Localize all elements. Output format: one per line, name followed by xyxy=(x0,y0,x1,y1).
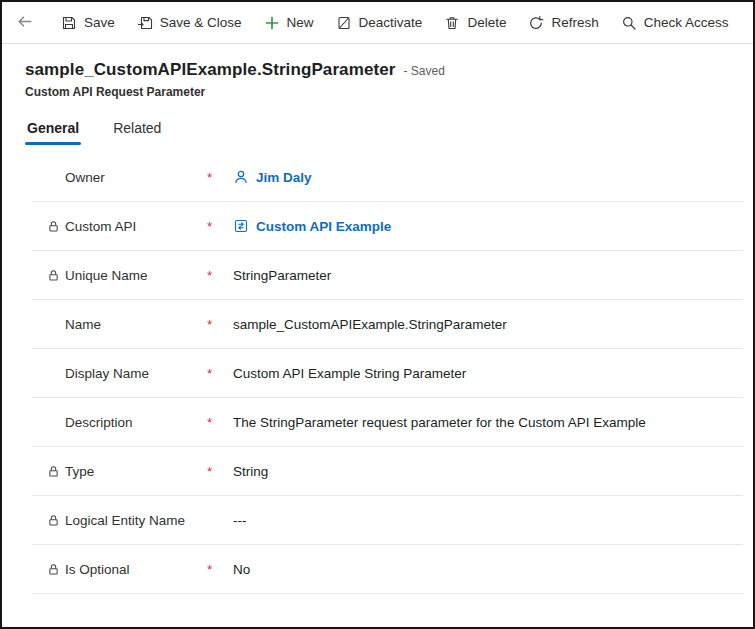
required-asterisk: * xyxy=(207,170,233,185)
app-window: Save Save & Close New Deactivate Delete xyxy=(0,0,755,629)
save-close-button[interactable]: Save & Close xyxy=(137,2,242,43)
field-value-name[interactable]: sample_CustomAPIExample.StringParameter xyxy=(233,317,507,332)
tab-related[interactable]: Related xyxy=(111,116,163,145)
field-label-owner: Owner xyxy=(65,170,207,185)
field-label-unique-name: Unique Name xyxy=(65,268,207,283)
field-value-type: String xyxy=(233,464,268,479)
form-row-description: Description * The StringParameter reques… xyxy=(32,398,743,447)
field-value-custom-api: Custom API Example xyxy=(233,218,391,234)
save-close-icon xyxy=(137,15,153,31)
page-header: sample_CustomAPIExample.StringParameter … xyxy=(2,44,753,99)
magnifier-icon xyxy=(621,15,637,31)
field-value-is-optional: No xyxy=(233,562,250,577)
lock-icon xyxy=(47,269,65,282)
form-row-type: Type * String xyxy=(32,447,743,496)
required-asterisk: * xyxy=(207,415,233,430)
refresh-icon xyxy=(528,15,544,31)
field-label-type: Type xyxy=(65,464,207,479)
field-label-custom-api: Custom API xyxy=(65,219,207,234)
check-access-button[interactable]: Check Access xyxy=(621,2,729,43)
lock-icon xyxy=(47,220,65,233)
field-label-display-name: Display Name xyxy=(65,366,207,381)
tab-general[interactable]: General xyxy=(25,116,81,145)
required-asterisk: * xyxy=(207,219,233,234)
new-label: New xyxy=(287,15,314,30)
lock-icon xyxy=(47,563,65,576)
field-label-is-optional: Is Optional xyxy=(65,562,207,577)
save-label: Save xyxy=(84,15,115,30)
form-row-unique-name: Unique Name * StringParameter xyxy=(32,251,743,300)
save-icon xyxy=(61,15,77,31)
general-form: Owner * Jim Daly Custom API * Custom API… xyxy=(32,153,743,594)
back-button[interactable] xyxy=(10,9,39,37)
field-value-description[interactable]: The StringParameter request parameter fo… xyxy=(233,415,646,430)
plus-icon xyxy=(264,15,280,31)
save-status: - Saved xyxy=(403,64,444,78)
lock-icon xyxy=(47,514,65,527)
form-row-custom-api: Custom API * Custom API Example xyxy=(32,202,743,251)
new-button[interactable]: New xyxy=(264,2,314,43)
refresh-label: Refresh xyxy=(551,15,598,30)
form-row-display-name: Display Name * Custom API Example String… xyxy=(32,349,743,398)
form-row-logical-entity-name: Logical Entity Name --- xyxy=(32,496,743,545)
custom-api-link[interactable]: Custom API Example xyxy=(256,219,391,234)
deactivate-icon xyxy=(336,15,352,31)
save-close-label: Save & Close xyxy=(160,15,242,30)
form-row-owner: Owner * Jim Daly xyxy=(32,153,743,202)
field-label-description: Description xyxy=(65,415,207,430)
required-asterisk: * xyxy=(207,562,233,577)
field-value-owner: Jim Daly xyxy=(233,169,312,185)
field-label-logical-entity-name: Logical Entity Name xyxy=(65,513,207,528)
owner-link[interactable]: Jim Daly xyxy=(256,170,312,185)
form-row-is-optional: Is Optional * No xyxy=(32,545,743,594)
page-title: sample_CustomAPIExample.StringParameter xyxy=(25,60,395,80)
command-bar: Save Save & Close New Deactivate Delete xyxy=(2,2,753,44)
deactivate-button[interactable]: Deactivate xyxy=(336,2,423,43)
active-tab-underline xyxy=(25,142,81,145)
required-asterisk: * xyxy=(207,464,233,479)
required-asterisk: * xyxy=(207,268,233,283)
deactivate-label: Deactivate xyxy=(359,15,423,30)
page-subtitle: Custom API Request Parameter xyxy=(25,85,753,99)
check-access-label: Check Access xyxy=(644,15,729,30)
required-asterisk: * xyxy=(207,317,233,332)
tab-related-label: Related xyxy=(113,120,161,136)
field-label-name: Name xyxy=(65,317,207,332)
save-button[interactable]: Save xyxy=(61,2,115,43)
delete-label: Delete xyxy=(467,15,506,30)
field-value-unique-name: StringParameter xyxy=(233,268,331,283)
required-asterisk: * xyxy=(207,366,233,381)
lock-icon xyxy=(47,465,65,478)
back-arrow-icon xyxy=(16,13,33,33)
field-value-display-name[interactable]: Custom API Example String Parameter xyxy=(233,366,466,381)
trash-icon xyxy=(444,15,460,31)
refresh-button[interactable]: Refresh xyxy=(528,2,598,43)
field-value-logical-entity-name: --- xyxy=(233,513,247,528)
custom-api-icon xyxy=(233,218,249,234)
tab-bar: General Related xyxy=(2,116,753,145)
form-row-name: Name * sample_CustomAPIExample.StringPar… xyxy=(32,300,743,349)
tab-general-label: General xyxy=(27,120,79,136)
delete-button[interactable]: Delete xyxy=(444,2,506,43)
person-icon xyxy=(233,169,249,185)
